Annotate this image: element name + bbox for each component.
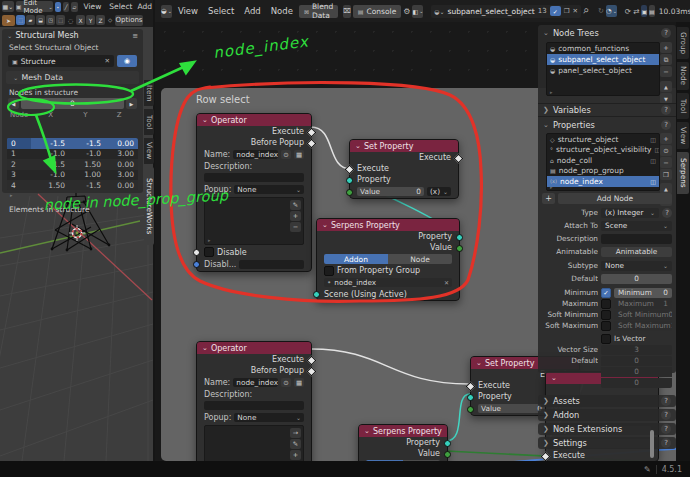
gear-icon[interactable]: ⚙ [403,7,410,16]
export-toggle-button[interactable]: ▤ [649,5,655,17]
add-icon[interactable]: + [290,450,301,460]
disabl-input-socket[interactable] [193,261,200,268]
list-grip[interactable]: ▸ [550,184,553,190]
node-operator-1[interactable]: ⌄Operator Execute Before Popup Name: nod… [196,113,312,272]
list-grip[interactable]: ▸ [10,192,13,198]
value-slider[interactable]: Value0 [478,404,545,413]
table-row[interactable]: 2 -1.5 1.50 0.00 [7,159,138,170]
node-header[interactable]: ⌄Set Property [350,140,458,152]
add-tree-icon[interactable]: + [660,42,672,53]
sidebar-tab-node[interactable]: Node [677,62,689,90]
property-output-socket[interactable] [444,440,451,447]
library-icon[interactable]: ▦ [294,378,304,387]
property-output-socket[interactable] [456,234,463,241]
animate-icon[interactable]: ◫ [650,178,656,185]
new-copy-icon[interactable]: ❐ [564,7,570,15]
scene-input-socket[interactable] [313,291,320,298]
help-icon[interactable]: ? [661,396,671,406]
viewport-menu-add[interactable]: Add [136,2,153,11]
tool-icon-3[interactable]: ⬓ [36,15,45,25]
sidebar-tab-tool[interactable]: Tool [677,93,689,119]
panel-header-settings[interactable]: ❯Settings? [538,437,676,449]
node-serpens-property-1[interactable]: ⌄Serpens Property Property Value Addon N… [316,218,460,301]
value-output-socket[interactable] [444,451,451,458]
panel-header-assets[interactable]: ❯Assets? [538,395,676,407]
addon-tab-button[interactable]: Addon [324,254,388,264]
description-input[interactable] [204,401,304,410]
is-vector-checkbox[interactable] [601,334,611,344]
node-operator-2[interactable]: ⌄Operator Execute Before Popup Name: nod… [196,341,312,477]
viewport-tab-tool[interactable]: Tool [144,109,154,135]
animatable-button[interactable]: Animatable [601,247,672,257]
link-tree-icon[interactable]: ⧉ [660,54,672,65]
recompile-icon[interactable]: ⟳ [625,7,631,16]
add-property-icon[interactable]: + [660,133,672,144]
help-icon[interactable]: ? [662,208,672,218]
reload-icon[interactable]: ⇄ [633,7,639,16]
remove-icon[interactable]: − [290,222,301,232]
edit-pencil-icon[interactable]: ✎ [290,200,301,210]
viewport-menu-view[interactable]: View [80,2,106,11]
help-icon[interactable]: ? [661,105,671,115]
list-grip[interactable]: ▸ [550,89,553,95]
tool-icon-2[interactable]: ▰ [26,15,35,25]
viewport-menu-select[interactable]: Select [107,2,134,11]
help-icon[interactable]: ? [661,410,671,420]
add-node-button[interactable]: Add Node [558,193,672,204]
object-field[interactable]: ▣ Structure ✕ [8,55,114,67]
node-set-property-1[interactable]: ⌄Set Property Execute Execute Property V… [349,139,459,199]
tree-icon-dropdown[interactable]: ◒⌄ [434,8,444,15]
search-property-icon[interactable]: ⊙ [660,145,672,156]
value-output-socket[interactable] [456,245,463,252]
script-toggle-button[interactable]: ▣ [641,5,647,17]
property-dropdown[interactable]: •node_index ✕ [324,278,452,287]
node-header[interactable]: ⌄Operator [197,114,311,126]
panel-header-node-trees[interactable]: ⌄Node Trees ? [538,27,676,39]
select-mode-edge-button[interactable]: ╱ [63,2,69,12]
minimum-field[interactable]: Minimum0 [614,288,672,298]
remove-property-icon[interactable]: − [660,157,672,168]
mirror-x-button[interactable]: X [76,15,85,25]
clear-property-icon[interactable]: ✕ [444,279,449,286]
sidebar-tab-group[interactable]: Group [677,27,689,59]
minimum-checkbox[interactable]: ✓ [601,288,611,298]
mirror-z-button[interactable]: Z [96,15,105,25]
viewport-tab-view[interactable]: View [144,138,154,164]
description-input[interactable] [601,234,672,244]
options-button[interactable]: Options [115,15,143,26]
type-dropdown[interactable]: (x) Integer⌄ [601,208,659,218]
unlink-x-icon[interactable]: ✕ [572,7,577,15]
auto-compile-dropdown[interactable]: ◔⌄ [606,5,617,17]
copy-property-icon[interactable]: ❐ [660,169,672,180]
soft-maximum-checkbox[interactable] [601,321,611,331]
table-row[interactable]: 0 -1.5 -1.5 0.00 [7,138,138,149]
panel-menu-icon[interactable]: ≡ [132,32,138,40]
node-header[interactable]: ⌄Serpens Property [359,425,447,437]
table-row[interactable]: 3 -1.0 1.00 3.00 [7,170,138,181]
ne-menu-view[interactable]: View [174,6,202,16]
value-input-socket[interactable] [346,189,353,196]
add-node-plus-button[interactable]: + [542,193,555,204]
help-icon[interactable]: ? [661,424,671,434]
disable-input-socket[interactable] [193,249,200,256]
animate-icon[interactable]: ◫ [650,157,656,164]
console-button[interactable]: ▤ Console [353,5,401,18]
disable-checkbox[interactable] [204,247,214,257]
subtype-dropdown[interactable]: None⌄ [601,261,672,271]
list-item-property[interactable]: ▤node_prop_group [547,166,659,177]
animate-icon[interactable]: ◫ [650,136,656,143]
node-header[interactable]: ⌄Serpens Property [317,219,459,231]
list-item-tree[interactable]: ◒common_functions [547,43,659,54]
select-mode-face-button[interactable]: ▱ [71,2,77,12]
fake-user-shield-button[interactable]: ✓ [550,6,561,16]
sidebar-scrollbar[interactable] [650,430,654,458]
property-input-socket[interactable] [467,394,474,401]
maximum-checkbox[interactable] [601,299,611,309]
clear-object-icon[interactable]: ✕ [105,57,110,65]
panel-header-variables[interactable]: ❯Variables ? [538,103,676,117]
table-row[interactable]: 1 -1.0 -1.0 3.00 [7,149,138,160]
select-object-button[interactable]: ◉ [117,55,137,67]
value-type-dropdown[interactable]: (x)⌄ [427,187,451,196]
blend-data-button[interactable]: ⊠ Blend Data [299,5,338,18]
attach-to-dropdown[interactable]: Scene⌄ [601,221,672,231]
